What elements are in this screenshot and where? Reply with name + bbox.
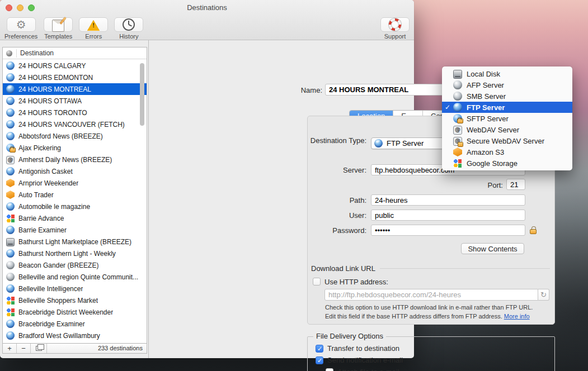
google-icon bbox=[6, 296, 15, 305]
menu-item-amazon-s3[interactable]: Amazon S3 bbox=[442, 146, 572, 158]
menu-item-google-storage[interactable]: Google Storage bbox=[442, 158, 572, 169]
support-label: Support bbox=[384, 33, 406, 40]
window-chrome: Destinations PreferencesTemplatesErrorsH… bbox=[0, 0, 414, 40]
warning-icon bbox=[87, 18, 100, 31]
s3-icon bbox=[453, 148, 462, 156]
destination-column-header: Destination bbox=[20, 49, 54, 57]
port-label: Port: bbox=[469, 179, 503, 191]
file-delivery-options-title: File Delivery Options bbox=[313, 332, 386, 340]
use-http-address-checkbox[interactable] bbox=[313, 278, 321, 286]
list-item-beacon-gander-breeze[interactable]: Beacon Gander (BREEZE) bbox=[3, 259, 147, 271]
list-item-barrie-examiner[interactable]: Barrie Examiner bbox=[3, 224, 147, 236]
refresh-url-button[interactable] bbox=[538, 289, 549, 301]
menu-item-afp-server[interactable]: AFP Server bbox=[442, 79, 572, 91]
main-form: Name: LocationE-mailCompressionAdvanced … bbox=[148, 40, 414, 358]
toolbar-button-errors[interactable]: Errors bbox=[79, 17, 108, 40]
port-input[interactable] bbox=[506, 179, 525, 190]
clock-icon bbox=[123, 18, 135, 31]
list-item-belleville-and-region-quinte-communit[interactable]: Belleville and region Quinte Communit... bbox=[3, 271, 147, 283]
webdav-icon bbox=[453, 126, 462, 135]
use-http-address-label: Use HTTP address: bbox=[324, 276, 436, 288]
toolbar-button-history[interactable]: History bbox=[114, 17, 143, 40]
toolbar-button-templates[interactable]: Templates bbox=[44, 17, 73, 40]
destination-type-label: Destination Type: bbox=[308, 135, 366, 146]
globe-icon bbox=[6, 331, 15, 340]
remove-destination-button[interactable]: − bbox=[17, 344, 31, 353]
list-item-24-hours-calgary[interactable]: 24 HOURS CALGARY bbox=[3, 60, 147, 72]
list-item-24-hours-ottawa[interactable]: 24 HOURS OTTAWA bbox=[3, 95, 147, 107]
toolbar-button-preferences[interactable]: Preferences bbox=[4, 17, 37, 40]
more-info-link[interactable]: More info bbox=[504, 313, 530, 320]
list-item-ajax-pickering[interactable]: Ajax Pickering bbox=[3, 142, 147, 154]
menu-item-ftp-server[interactable]: ✓FTP Server bbox=[442, 102, 572, 113]
list-item-bracebridge-examiner[interactable]: Bracebridge Examiner bbox=[3, 318, 147, 330]
show-contents-button[interactable]: Show Contents bbox=[461, 243, 524, 254]
user-input[interactable] bbox=[371, 210, 525, 221]
list-item-bathurst-light-marketplace-breeze[interactable]: Bathurst Light Marketplace (BREEZE) bbox=[3, 236, 147, 248]
globe-gray-icon bbox=[453, 80, 462, 89]
globe-column-icon bbox=[6, 50, 12, 56]
support-button[interactable]: Support bbox=[380, 17, 410, 40]
list-item-24-hours-montreal[interactable]: 24 HOURS MONTREAL bbox=[3, 83, 147, 95]
list-item-abbotsford-news-breeze[interactable]: Abbotsford News (BREEZE) bbox=[3, 130, 147, 142]
zoom-window-button[interactable] bbox=[28, 4, 35, 11]
globe-icon bbox=[6, 85, 15, 93]
globe-lock-icon bbox=[453, 114, 462, 123]
list-item-24-hours-vancouver-fetch[interactable]: 24 HOURS VANCOUVER (FETCH) bbox=[3, 118, 147, 130]
destination-sidebar: Destination 24 HOURS CALGARY24 HOURS EDM… bbox=[0, 40, 148, 354]
titlebar[interactable]: Destinations bbox=[0, 0, 414, 16]
menu-item-sftp-server[interactable]: SFTP Server bbox=[442, 113, 572, 124]
list-item-bradford-west-gwillambury[interactable]: Bradford West Gwillambury bbox=[3, 330, 147, 341]
http-address-input[interactable] bbox=[324, 289, 538, 301]
destination-list: Destination 24 HOURS CALGARY24 HOURS EDM… bbox=[2, 47, 147, 354]
menu-item-smb-server[interactable]: SMB Server bbox=[442, 91, 572, 102]
download-link-url-title: Download Link URL bbox=[311, 264, 375, 273]
toolbar: PreferencesTemplatesErrorsHistory Suppor… bbox=[0, 16, 414, 40]
globe-icon bbox=[6, 108, 15, 117]
destination-type-menu: Local DiskAFP ServerSMB Server✓FTP Serve… bbox=[442, 66, 572, 170]
globe-icon bbox=[6, 120, 15, 129]
lifebuoy-icon bbox=[389, 18, 401, 31]
checkbox-send-notification-e-mail[interactable] bbox=[316, 356, 323, 364]
checkbox-attach-file-to-e-mail[interactable] bbox=[326, 368, 333, 371]
menu-item-local-disk[interactable]: Local Disk bbox=[442, 68, 572, 79]
destinations-window: Destinations PreferencesTemplatesErrorsH… bbox=[0, 0, 414, 358]
list-item-belleville-intelligencer[interactable]: Belleville Intelligencer bbox=[3, 283, 147, 294]
list-item-barrie-advance[interactable]: Barrie Advance bbox=[3, 212, 147, 224]
minimize-window-button[interactable] bbox=[17, 4, 23, 11]
globe-icon bbox=[6, 167, 15, 175]
download-help-line1: Check this option to use HTTP download l… bbox=[325, 304, 533, 311]
add-destination-button[interactable]: + bbox=[3, 344, 17, 353]
list-header[interactable]: Destination bbox=[3, 47, 147, 59]
list-item-arnprior-weekender[interactable]: Arnprior Weekender bbox=[3, 177, 147, 189]
path-input[interactable] bbox=[371, 194, 525, 206]
destination-rows: 24 HOURS CALGARY24 HOURS EDMONTON24 HOUR… bbox=[3, 60, 147, 343]
duplicate-destination-button[interactable] bbox=[31, 344, 47, 353]
list-item-antigonish-casket[interactable]: Antigonish Casket bbox=[3, 165, 147, 177]
menu-item-webdav-server[interactable]: WebDAV Server bbox=[442, 124, 572, 135]
globe-icon bbox=[6, 202, 15, 211]
list-item-24-hours-edmonton[interactable]: 24 HOURS EDMONTON bbox=[3, 72, 147, 83]
destination-type-value: FTP Server bbox=[387, 139, 424, 148]
globe-icon bbox=[6, 226, 15, 234]
list-item-belleville-shoppers-market[interactable]: Belleville Shoppers Market bbox=[3, 294, 147, 306]
checkbox-transfer-to-destination[interactable] bbox=[316, 345, 323, 353]
menu-item-secure-webdav-server[interactable]: Secure WebDAV Server bbox=[442, 135, 572, 146]
list-item-auto-trader[interactable]: Auto Trader bbox=[3, 189, 147, 201]
s3-icon bbox=[6, 179, 15, 187]
google-icon bbox=[6, 214, 15, 222]
globe-icon bbox=[6, 284, 15, 293]
list-item-bathurst-northern-light-weekly[interactable]: Bathurst Northern Light - Weekly bbox=[3, 248, 147, 259]
password-input[interactable] bbox=[371, 225, 525, 236]
list-item-amherst-daily-news-breeze[interactable]: Amherst Daily News (BREEZE) bbox=[3, 154, 147, 165]
list-item-bracebridge-district-weekender[interactable]: Bracebridge District Weekender bbox=[3, 306, 147, 318]
file-delivery-options-group: File Delivery Options Transfer to destin… bbox=[307, 336, 555, 371]
path-label: Path: bbox=[308, 194, 366, 206]
list-item-automobile-le-magazine[interactable]: Automobile le magazine bbox=[3, 201, 147, 212]
s3-icon bbox=[6, 191, 15, 199]
close-window-button[interactable] bbox=[6, 4, 12, 11]
user-label: User: bbox=[308, 210, 366, 221]
gear-icon bbox=[15, 18, 27, 31]
list-item-24-hours-toronto[interactable]: 24 HOURS TORONTO bbox=[3, 107, 147, 118]
scrollbar-thumb[interactable] bbox=[140, 63, 144, 126]
